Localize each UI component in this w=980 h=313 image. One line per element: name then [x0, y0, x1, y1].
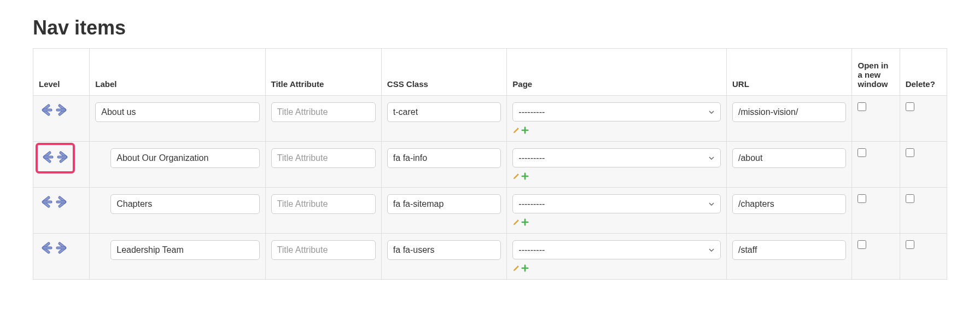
add-page-icon[interactable]	[521, 125, 529, 134]
header-open-new: Open in a new window	[852, 49, 900, 96]
header-label: Label	[90, 49, 265, 96]
edit-page-icon[interactable]	[512, 171, 520, 180]
indent-button[interactable]	[54, 194, 69, 210]
table-row: ---------	[33, 96, 947, 142]
label-input[interactable]	[110, 194, 259, 214]
title-attribute-input[interactable]	[271, 148, 376, 168]
edit-page-icon[interactable]	[512, 263, 520, 272]
url-input[interactable]	[732, 194, 847, 214]
title-attribute-input[interactable]	[271, 240, 376, 260]
outdent-button[interactable]	[39, 240, 54, 256]
section-title: Nav items	[33, 16, 947, 39]
level-highlight	[36, 143, 75, 173]
label-input[interactable]	[110, 148, 259, 168]
page-select[interactable]: ---------	[512, 194, 721, 213]
add-page-icon[interactable]	[521, 217, 529, 226]
indent-button[interactable]	[55, 149, 71, 165]
open-new-window-checkbox[interactable]	[858, 194, 866, 203]
edit-page-icon[interactable]	[512, 125, 520, 134]
css-class-input[interactable]	[387, 102, 501, 122]
css-class-input[interactable]	[387, 194, 501, 214]
open-new-window-checkbox[interactable]	[858, 240, 866, 249]
add-page-icon[interactable]	[521, 263, 529, 272]
page-select[interactable]: ---------	[512, 240, 721, 259]
header-url: URL	[726, 49, 852, 96]
add-page-icon[interactable]	[521, 171, 529, 180]
header-level: Level	[33, 49, 90, 96]
outdent-button[interactable]	[39, 102, 54, 118]
delete-checkbox[interactable]	[906, 194, 914, 203]
url-input[interactable]	[732, 240, 847, 260]
header-delete: Delete?	[900, 49, 947, 96]
css-class-input[interactable]	[387, 240, 501, 260]
open-new-window-checkbox[interactable]	[858, 102, 866, 111]
nav-items-table: Level Label Title Attribute CSS Class Pa…	[33, 48, 947, 280]
indent-button[interactable]	[54, 102, 69, 118]
table-row: ---------	[33, 234, 947, 280]
header-title-attr: Title Attribute	[265, 49, 381, 96]
css-class-input[interactable]	[387, 148, 501, 168]
title-attribute-input[interactable]	[271, 194, 376, 214]
url-input[interactable]	[732, 102, 847, 122]
table-row: ---------	[33, 142, 947, 188]
outdent-button[interactable]	[40, 149, 55, 165]
edit-page-icon[interactable]	[512, 217, 520, 226]
page-select[interactable]: ---------	[512, 102, 721, 121]
label-input[interactable]	[95, 102, 259, 122]
delete-checkbox[interactable]	[906, 148, 914, 157]
table-row: ---------	[33, 188, 947, 234]
title-attribute-input[interactable]	[271, 102, 376, 122]
label-input[interactable]	[110, 240, 259, 260]
delete-checkbox[interactable]	[906, 240, 914, 249]
page-select[interactable]: ---------	[512, 148, 721, 167]
header-page: Page	[507, 49, 727, 96]
open-new-window-checkbox[interactable]	[858, 148, 866, 157]
outdent-button[interactable]	[39, 194, 54, 210]
delete-checkbox[interactable]	[906, 102, 914, 111]
indent-button[interactable]	[54, 240, 69, 256]
url-input[interactable]	[732, 148, 847, 168]
header-css-class: CSS Class	[381, 49, 507, 96]
